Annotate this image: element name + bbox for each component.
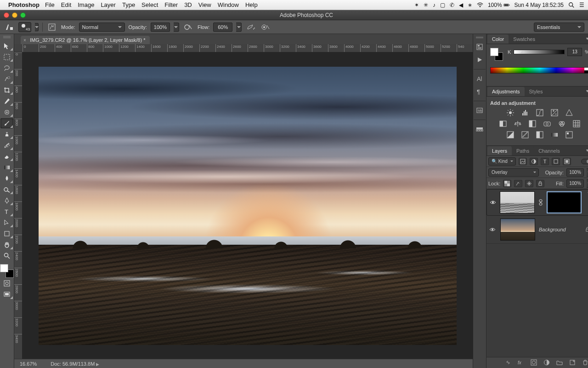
status-menu-arrow[interactable]: ▶ [96,362,99,367]
hand-tool[interactable] [0,240,13,250]
menu-image[interactable]: Image [78,1,94,8]
lock-position-icon[interactable] [525,180,533,187]
link-layers-icon[interactable] [505,359,512,367]
menuextra-snowflake-icon[interactable]: ✳︎ [424,2,428,8]
blend-mode-select[interactable]: Normal [79,23,125,32]
timeline-panel-icon[interactable] [473,124,486,135]
status-zoom[interactable]: 16.67% [20,361,37,367]
menu-type[interactable]: Type [122,1,135,8]
layer-opacity-value[interactable]: 100% [566,168,584,177]
path-select-tool[interactable] [0,218,13,228]
close-tab-icon[interactable]: × [23,38,26,43]
layer-thumbnail[interactable] [500,218,535,241]
tab-swatches[interactable]: Swatches [509,34,540,44]
menuextra-volume-icon[interactable]: ◀ [459,2,463,8]
tab-styles[interactable]: Styles [525,87,548,96]
adj-hue-icon[interactable] [498,120,508,128]
menu-filter[interactable]: Filter [164,1,178,8]
adj-color-lookup-icon[interactable] [572,120,581,128]
menuextra-clock[interactable]: Sun 4 May 18:52:35 [514,2,564,8]
ruler-vertical[interactable]: 0200400600800100012001400160018002000220… [14,52,23,359]
canvas-viewport[interactable] [23,52,473,359]
adj-selective-color-icon[interactable] [565,131,574,139]
layers-panel-menu[interactable]: ▾≡ [586,148,588,153]
dock-grip[interactable] [476,37,483,39]
menu-help[interactable]: Help [245,1,258,8]
filter-shape-icon[interactable] [552,158,560,165]
quick-select-tool[interactable] [0,74,13,84]
clone-stamp-tool[interactable] [0,129,13,139]
dodge-tool[interactable] [0,184,13,195]
workspace-switcher[interactable]: Essentials [534,23,584,32]
filter-toggle[interactable] [581,159,588,164]
adj-exposure-icon[interactable] [550,109,559,117]
adj-bw-icon[interactable] [528,120,537,128]
menuextra-phone-icon[interactable]: ✆ [450,2,454,8]
layer-blend-mode[interactable]: Overlay [488,168,539,177]
adj-threshold-icon[interactable] [535,131,544,139]
eraser-tool[interactable] [0,151,13,161]
spotlight-icon[interactable] [568,2,575,8]
add-mask-icon[interactable] [531,359,538,367]
menu-file[interactable]: File [45,1,55,8]
menu-window[interactable]: Window [218,1,239,8]
pressure-opacity-toggle[interactable] [183,22,194,32]
lock-all-icon[interactable] [536,180,544,187]
tab-paths[interactable]: Paths [512,146,534,155]
screen-mode-switcher[interactable] [0,289,13,299]
tab-layers[interactable]: Layers [487,146,512,155]
marquee-tool[interactable] [0,52,13,62]
quick-mask-toggle[interactable] [0,278,13,288]
airbrush-toggle[interactable] [245,22,256,32]
paragraph-panel-icon[interactable]: ¶ [473,86,486,97]
mask-link-icon[interactable] [538,199,543,206]
window-minimize-button[interactable] [12,12,17,18]
tools-grip[interactable] [3,36,11,39]
window-zoom-button[interactable] [20,12,26,18]
filter-smart-icon[interactable] [563,158,571,165]
gradient-tool[interactable] [0,162,13,172]
pressure-size-toggle[interactable] [260,22,271,32]
brush-preset-dropdown[interactable] [35,23,39,31]
document-tab[interactable]: × IMG_3279.CR2 @ 16.7% (Layer 2, Layer M… [21,36,150,44]
brush-panel-toggle[interactable] [46,22,57,32]
flow-input[interactable]: 60% [213,23,232,32]
filter-type-icon[interactable]: T [541,158,549,165]
adj-balance-icon[interactable] [513,120,522,128]
layer-name[interactable]: Background [539,227,566,232]
menuextra-wifi-icon[interactable] [477,2,483,8]
menuextra-paw-icon[interactable]: ✶ [414,2,419,8]
layer-visibility-toggle[interactable] [489,227,497,232]
color-panel-menu[interactable]: ▾≡ [586,36,588,41]
adj-curves-icon[interactable] [535,109,544,117]
history-brush-tool[interactable] [0,140,13,150]
adj-brightness-icon[interactable] [506,109,515,117]
adj-invert-icon[interactable] [506,131,515,139]
opacity-dropdown[interactable] [174,23,179,32]
opacity-input[interactable]: 100% [151,23,170,32]
menuextra-airplay-icon[interactable]: ▢ [440,2,445,8]
filter-pixel-icon[interactable] [519,158,527,165]
healing-brush-tool[interactable] [0,107,13,117]
character-panel-icon[interactable]: A [473,73,486,84]
flow-dropdown[interactable] [236,23,242,32]
new-group-icon[interactable] [556,359,564,367]
window-close-button[interactable] [4,12,9,18]
delete-layer-icon[interactable] [582,359,588,367]
menu-view[interactable]: View [198,1,211,8]
layer-thumbnail[interactable] [500,191,535,213]
actions-panel-icon[interactable] [473,54,486,65]
adj-photo-filter-icon[interactable] [543,120,552,128]
layer-fill-value[interactable]: 100% [566,179,584,188]
adjust-panel-menu[interactable]: ▾≡ [586,88,588,93]
menuextra-bluetooth-icon[interactable]: ∗ [468,2,472,8]
color-fg-bg[interactable] [490,48,503,61]
move-tool[interactable] [0,41,13,51]
layer-row[interactable] [486,189,588,216]
new-layer-icon[interactable] [569,359,577,367]
tab-channels[interactable]: Channels [534,146,564,155]
tool-preset-picker[interactable] [4,22,15,32]
canvas[interactable] [39,67,457,345]
lock-transparent-icon[interactable] [503,180,511,187]
menuextra-itunes-icon[interactable]: ♪ [433,2,435,8]
